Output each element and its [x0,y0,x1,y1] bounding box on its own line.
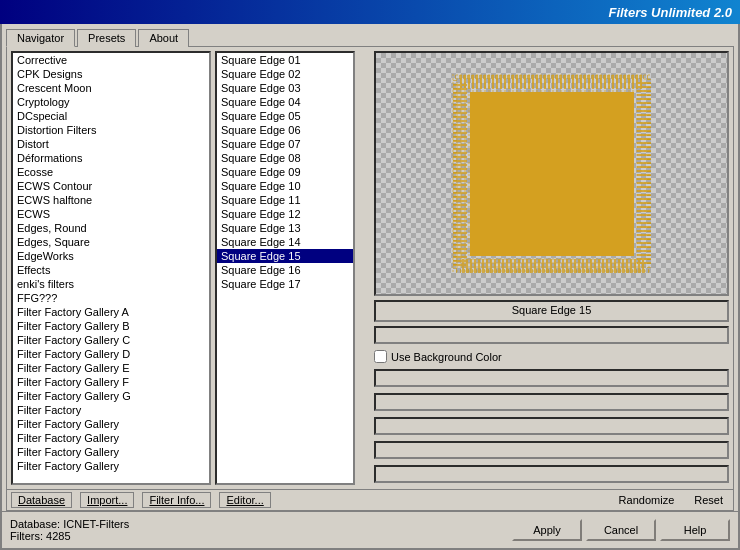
tab-presets[interactable]: Presets [77,29,136,47]
category-item[interactable]: Filter Factory Gallery E [13,361,209,375]
filter-name-bar: Square Edge 15 [374,300,729,322]
randomize-button[interactable]: Randomize [613,493,681,507]
category-item[interactable]: Edges, Round [13,221,209,235]
cancel-button[interactable]: Cancel [586,519,656,541]
category-item[interactable]: Filter Factory Gallery [13,431,209,445]
category-item[interactable]: EdgeWorks [13,249,209,263]
filter-item[interactable]: Square Edge 10 [217,179,353,193]
filters-label: Filters: [10,530,43,542]
database-info: Database: ICNET-Filters [10,518,508,530]
category-item[interactable]: Filter Factory Gallery [13,459,209,473]
param-row-1 [374,369,729,387]
category-item[interactable]: Edges, Square [13,235,209,249]
filter-item[interactable]: Square Edge 04 [217,95,353,109]
category-item[interactable]: enki's filters [13,277,209,291]
param-row-4 [374,441,729,459]
filters-info: Filters: 4285 [10,530,508,542]
category-list[interactable]: CorrectiveCPK DesignsCrescent MoonCrypto… [11,51,211,485]
right-toolbar-btns: Randomize Reset [613,493,729,507]
category-item[interactable]: Corrective [13,53,209,67]
filter-item[interactable]: Square Edge 12 [217,207,353,221]
database-label: Database: [10,518,60,530]
filter-item[interactable]: Square Edge 15 [217,249,353,263]
category-item[interactable]: ECWS halftone [13,193,209,207]
filter-item[interactable]: Square Edge 03 [217,81,353,95]
category-item[interactable]: ECWS [13,207,209,221]
title-label: Filters Unlimited 2.0 [608,5,732,20]
preview-box [374,51,729,296]
svg-rect-2 [470,92,634,256]
import-button[interactable]: Import... [80,492,134,508]
reset-button[interactable]: Reset [688,493,729,507]
help-button[interactable]: Help [660,519,730,541]
status-buttons: Apply Cancel Help [512,519,730,541]
category-item[interactable]: Filter Factory Gallery A [13,305,209,319]
bottom-toolbar: Database Import... Filter Info... Editor… [7,489,733,510]
category-item[interactable]: Filter Factory [13,403,209,417]
category-item[interactable]: Filter Factory Gallery C [13,333,209,347]
category-item[interactable]: Crescent Moon [13,81,209,95]
category-item[interactable]: Filter Factory Gallery G [13,389,209,403]
status-bar: Database: ICNET-Filters Filters: 4285 Ap… [2,511,738,548]
tab-about[interactable]: About [138,29,189,47]
param-row-3 [374,417,729,435]
database-button[interactable]: Database [11,492,72,508]
param-row-2 [374,393,729,411]
category-item[interactable]: Ecosse [13,165,209,179]
param-row-5 [374,465,729,483]
category-item[interactable]: Déformations [13,151,209,165]
category-item[interactable]: CPK Designs [13,67,209,81]
filter-item[interactable]: Square Edge 17 [217,277,353,291]
filter-item[interactable]: Square Edge 02 [217,67,353,81]
filter-item[interactable]: Square Edge 06 [217,123,353,137]
content-area: CorrectiveCPK DesignsCrescent MoonCrypto… [6,46,734,511]
filter-item[interactable]: Square Edge 16 [217,263,353,277]
status-info: Database: ICNET-Filters Filters: 4285 [10,518,508,542]
editor-button[interactable]: Editor... [219,492,270,508]
main-window: Navigator Presets About CorrectiveCPK De… [0,24,740,550]
category-item[interactable]: Filter Factory Gallery [13,445,209,459]
category-item[interactable]: Filter Factory Gallery D [13,347,209,361]
slider-bar[interactable] [374,326,729,344]
category-item[interactable]: FFG??? [13,291,209,305]
apply-button[interactable]: Apply [512,519,582,541]
category-item[interactable]: Cryptology [13,95,209,109]
filter-item[interactable]: Square Edge 13 [217,221,353,235]
filter-info-button[interactable]: Filter Info... [142,492,211,508]
filter-item[interactable]: Square Edge 09 [217,165,353,179]
background-color-row: Use Background Color [374,348,729,365]
filter-item[interactable]: Square Edge 07 [217,137,353,151]
category-item[interactable]: Distortion Filters [13,123,209,137]
right-panel: Square Edge 15 Use Background Color [374,51,729,485]
category-item[interactable]: Filter Factory Gallery F [13,375,209,389]
category-item[interactable]: Filter Factory Gallery B [13,319,209,333]
filters-value: 4285 [46,530,70,542]
filter-item[interactable]: Square Edge 08 [217,151,353,165]
preview-image [452,74,652,274]
tab-bar: Navigator Presets About [2,24,738,46]
category-item[interactable]: DCspecial [13,109,209,123]
filter-list-wrapper: Square Edge 01Square Edge 02Square Edge … [215,51,370,485]
category-item[interactable]: Filter Factory Gallery [13,417,209,431]
use-background-color-checkbox[interactable] [374,350,387,363]
filter-item[interactable]: Square Edge 01 [217,53,353,67]
main-body: CorrectiveCPK DesignsCrescent MoonCrypto… [7,47,733,489]
filter-list[interactable]: Square Edge 01Square Edge 02Square Edge … [215,51,355,485]
filter-name-text: Square Edge 15 [512,304,592,316]
category-item[interactable]: Effects [13,263,209,277]
filter-item[interactable]: Square Edge 11 [217,193,353,207]
filter-item[interactable]: Square Edge 14 [217,235,353,249]
background-color-label[interactable]: Use Background Color [391,351,502,363]
tab-navigator[interactable]: Navigator [6,29,75,47]
title-bar: Filters Unlimited 2.0 [0,0,740,24]
category-item[interactable]: Distort [13,137,209,151]
database-value: ICNET-Filters [63,518,129,530]
filter-item[interactable]: Square Edge 05 [217,109,353,123]
category-item[interactable]: ECWS Contour [13,179,209,193]
